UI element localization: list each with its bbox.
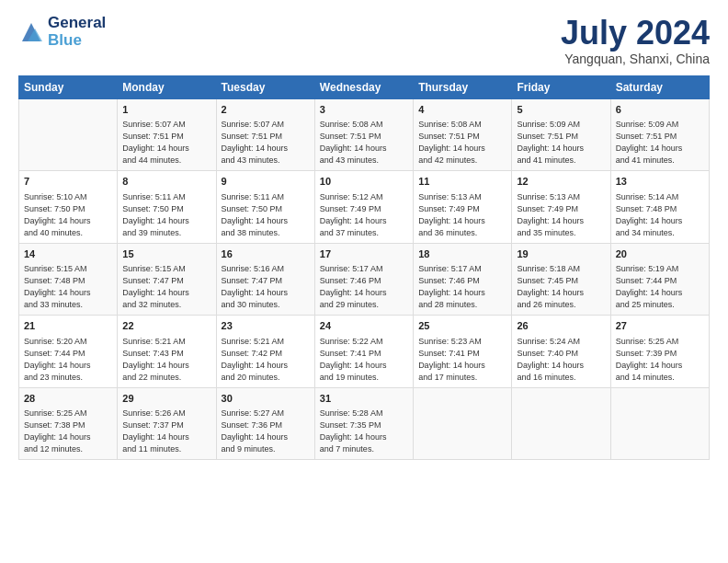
cell-info: Sunrise: 5:21 AM Sunset: 7:42 PM Dayligh… xyxy=(222,336,310,384)
calendar-cell: 10Sunrise: 5:12 AM Sunset: 7:49 PM Dayli… xyxy=(314,171,413,244)
calendar-cell: 7Sunrise: 5:10 AM Sunset: 7:50 PM Daylig… xyxy=(19,171,118,244)
cell-info: Sunrise: 5:21 AM Sunset: 7:43 PM Dayligh… xyxy=(122,336,210,384)
calendar-table: SundayMondayTuesdayWednesdayThursdayFrid… xyxy=(18,75,710,461)
cell-info: Sunrise: 5:08 AM Sunset: 7:51 PM Dayligh… xyxy=(320,119,408,167)
calendar-cell: 12Sunrise: 5:13 AM Sunset: 7:49 PM Dayli… xyxy=(512,171,610,244)
header-day: Thursday xyxy=(414,75,512,98)
cell-info: Sunrise: 5:22 AM Sunset: 7:41 PM Dayligh… xyxy=(320,336,408,384)
cell-date: 24 xyxy=(320,319,408,333)
cell-info: Sunrise: 5:13 AM Sunset: 7:49 PM Dayligh… xyxy=(517,191,605,239)
calendar-cell: 22Sunrise: 5:21 AM Sunset: 7:43 PM Dayli… xyxy=(118,316,216,388)
calendar-cell: 18Sunrise: 5:17 AM Sunset: 7:46 PM Dayli… xyxy=(414,243,512,316)
cell-info: Sunrise: 5:12 AM Sunset: 7:49 PM Dayligh… xyxy=(320,191,408,239)
cell-info: Sunrise: 5:27 AM Sunset: 7:36 PM Dayligh… xyxy=(222,408,310,455)
calendar-cell xyxy=(414,387,512,460)
cell-info: Sunrise: 5:17 AM Sunset: 7:46 PM Dayligh… xyxy=(418,263,506,311)
calendar-cell: 19Sunrise: 5:18 AM Sunset: 7:45 PM Dayli… xyxy=(512,243,610,316)
cell-info: Sunrise: 5:15 AM Sunset: 7:48 PM Dayligh… xyxy=(24,263,112,311)
cell-info: Sunrise: 5:25 AM Sunset: 7:38 PM Dayligh… xyxy=(24,408,112,455)
calendar-cell: 1Sunrise: 5:07 AM Sunset: 7:51 PM Daylig… xyxy=(118,98,216,171)
calendar-cell: 28Sunrise: 5:25 AM Sunset: 7:38 PM Dayli… xyxy=(19,387,118,460)
header: General Blue July 2024 Yangquan, Shanxi,… xyxy=(18,15,710,66)
cell-date: 23 xyxy=(222,319,310,333)
calendar-cell: 8Sunrise: 5:11 AM Sunset: 7:50 PM Daylig… xyxy=(118,171,216,244)
calendar-cell: 23Sunrise: 5:21 AM Sunset: 7:42 PM Dayli… xyxy=(216,316,314,388)
calendar-row: 14Sunrise: 5:15 AM Sunset: 7:48 PM Dayli… xyxy=(19,243,710,316)
cell-date: 10 xyxy=(320,175,408,189)
cell-info: Sunrise: 5:16 AM Sunset: 7:47 PM Dayligh… xyxy=(222,263,310,311)
cell-info: Sunrise: 5:07 AM Sunset: 7:51 PM Dayligh… xyxy=(222,119,310,167)
cell-date: 9 xyxy=(222,175,310,189)
cell-info: Sunrise: 5:13 AM Sunset: 7:49 PM Dayligh… xyxy=(418,191,506,239)
cell-date: 28 xyxy=(24,392,112,406)
header-day: Saturday xyxy=(610,75,709,98)
header-row: SundayMondayTuesdayWednesdayThursdayFrid… xyxy=(19,75,710,98)
logo-blue: Blue xyxy=(48,32,106,50)
cell-info: Sunrise: 5:19 AM Sunset: 7:44 PM Dayligh… xyxy=(616,263,704,311)
page: General Blue July 2024 Yangquan, Shanxi,… xyxy=(0,0,728,563)
cell-info: Sunrise: 5:08 AM Sunset: 7:51 PM Dayligh… xyxy=(418,119,506,167)
calendar-cell: 20Sunrise: 5:19 AM Sunset: 7:44 PM Dayli… xyxy=(610,243,709,316)
cell-date: 8 xyxy=(122,175,210,189)
cell-date: 6 xyxy=(616,103,704,117)
cell-info: Sunrise: 5:09 AM Sunset: 7:51 PM Dayligh… xyxy=(616,119,704,167)
calendar-row: 1Sunrise: 5:07 AM Sunset: 7:51 PM Daylig… xyxy=(19,98,710,171)
cell-date: 20 xyxy=(616,247,704,261)
calendar-cell: 27Sunrise: 5:25 AM Sunset: 7:39 PM Dayli… xyxy=(610,316,709,388)
logo-icon xyxy=(18,19,44,45)
calendar-row: 7Sunrise: 5:10 AM Sunset: 7:50 PM Daylig… xyxy=(19,171,710,244)
cell-info: Sunrise: 5:25 AM Sunset: 7:39 PM Dayligh… xyxy=(616,336,704,384)
calendar-row: 21Sunrise: 5:20 AM Sunset: 7:44 PM Dayli… xyxy=(19,316,710,388)
calendar-cell: 16Sunrise: 5:16 AM Sunset: 7:47 PM Dayli… xyxy=(216,243,314,316)
cell-date: 30 xyxy=(222,392,310,406)
cell-date: 7 xyxy=(24,175,112,189)
cell-info: Sunrise: 5:10 AM Sunset: 7:50 PM Dayligh… xyxy=(24,191,112,239)
cell-date: 21 xyxy=(24,319,112,333)
cell-date: 27 xyxy=(616,319,704,333)
calendar-cell: 29Sunrise: 5:26 AM Sunset: 7:37 PM Dayli… xyxy=(118,387,216,460)
cell-date: 16 xyxy=(222,247,310,261)
header-day: Wednesday xyxy=(314,75,413,98)
calendar-cell: 25Sunrise: 5:23 AM Sunset: 7:41 PM Dayli… xyxy=(414,316,512,388)
cell-date: 26 xyxy=(517,319,605,333)
cell-date: 19 xyxy=(517,247,605,261)
calendar-cell: 11Sunrise: 5:13 AM Sunset: 7:49 PM Dayli… xyxy=(414,171,512,244)
location: Yangquan, Shanxi, China xyxy=(561,52,710,66)
header-day: Friday xyxy=(512,75,610,98)
cell-date: 29 xyxy=(122,392,210,406)
calendar-cell: 15Sunrise: 5:15 AM Sunset: 7:47 PM Dayli… xyxy=(118,243,216,316)
calendar-cell: 14Sunrise: 5:15 AM Sunset: 7:48 PM Dayli… xyxy=(19,243,118,316)
header-day: Monday xyxy=(118,75,216,98)
calendar-cell: 13Sunrise: 5:14 AM Sunset: 7:48 PM Dayli… xyxy=(610,171,709,244)
cell-date: 2 xyxy=(222,103,310,117)
cell-date: 31 xyxy=(320,392,408,406)
cell-info: Sunrise: 5:26 AM Sunset: 7:37 PM Dayligh… xyxy=(122,408,210,455)
cell-info: Sunrise: 5:23 AM Sunset: 7:41 PM Dayligh… xyxy=(418,336,506,384)
cell-info: Sunrise: 5:09 AM Sunset: 7:51 PM Dayligh… xyxy=(517,119,605,167)
cell-date: 15 xyxy=(122,247,210,261)
cell-info: Sunrise: 5:15 AM Sunset: 7:47 PM Dayligh… xyxy=(122,263,210,311)
header-day: Tuesday xyxy=(216,75,314,98)
cell-date: 25 xyxy=(418,319,506,333)
cell-date: 1 xyxy=(122,103,210,117)
calendar-cell: 3Sunrise: 5:08 AM Sunset: 7:51 PM Daylig… xyxy=(314,98,413,171)
cell-date: 5 xyxy=(517,103,605,117)
logo-general: General xyxy=(48,15,106,32)
cell-info: Sunrise: 5:07 AM Sunset: 7:51 PM Dayligh… xyxy=(122,119,210,167)
cell-info: Sunrise: 5:20 AM Sunset: 7:44 PM Dayligh… xyxy=(24,336,112,384)
calendar-cell: 9Sunrise: 5:11 AM Sunset: 7:50 PM Daylig… xyxy=(216,171,314,244)
calendar-cell: 5Sunrise: 5:09 AM Sunset: 7:51 PM Daylig… xyxy=(512,98,610,171)
calendar-cell: 31Sunrise: 5:28 AM Sunset: 7:35 PM Dayli… xyxy=(314,387,413,460)
cell-info: Sunrise: 5:24 AM Sunset: 7:40 PM Dayligh… xyxy=(517,336,605,384)
cell-date: 17 xyxy=(320,247,408,261)
cell-date: 12 xyxy=(517,175,605,189)
header-day: Sunday xyxy=(19,75,118,98)
calendar-cell: 21Sunrise: 5:20 AM Sunset: 7:44 PM Dayli… xyxy=(19,316,118,388)
cell-info: Sunrise: 5:18 AM Sunset: 7:45 PM Dayligh… xyxy=(517,263,605,311)
cell-info: Sunrise: 5:28 AM Sunset: 7:35 PM Dayligh… xyxy=(320,408,408,455)
logo: General Blue xyxy=(18,15,106,49)
calendar-cell: 4Sunrise: 5:08 AM Sunset: 7:51 PM Daylig… xyxy=(414,98,512,171)
calendar-cell: 26Sunrise: 5:24 AM Sunset: 7:40 PM Dayli… xyxy=(512,316,610,388)
month-title: July 2024 xyxy=(561,15,710,52)
cell-date: 14 xyxy=(24,247,112,261)
